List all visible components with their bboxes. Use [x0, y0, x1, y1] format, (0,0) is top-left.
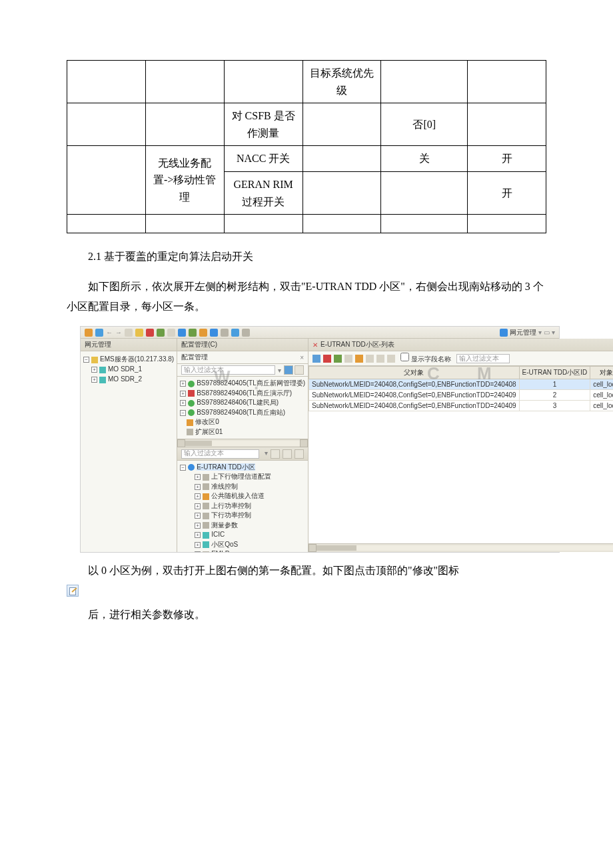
toolbar-icon[interactable] [199, 329, 207, 337]
refresh-button[interactable] [295, 449, 304, 459]
mid-tab-label[interactable]: 配置管理 [181, 353, 208, 362]
toolbar-icons: ←→ [85, 329, 250, 337]
col-parent[interactable]: 父对象 [309, 367, 520, 379]
expand-button[interactable] [283, 449, 292, 459]
ne-manage-icon[interactable] [500, 329, 508, 337]
bar-icon[interactable] [344, 355, 352, 363]
bar-icon[interactable] [312, 355, 320, 363]
mid-tree-leaf[interactable]: +准线控制 [180, 482, 305, 492]
bar-icon[interactable] [387, 355, 395, 363]
mid-tree-node[interactable]: 修改区0 [180, 417, 305, 427]
mid-tree-leaf[interactable]: +测量参数 [180, 521, 305, 531]
toolbar-icon[interactable] [157, 329, 165, 337]
bar-icon[interactable] [376, 355, 384, 363]
mid-search-input[interactable]: 输入过滤文本 [181, 365, 275, 375]
node-label: 小区QoS [211, 541, 238, 548]
tree-root[interactable]: −EMS服务器(10.217.33.8) [83, 354, 174, 364]
right-hscroll[interactable] [308, 544, 613, 552]
table-row[interactable]: SubNetwork/LMEID=240408,ConfigSet=0,ENBF… [309, 401, 613, 411]
toolbar-icon[interactable] [135, 329, 143, 337]
bar-icon[interactable] [366, 355, 374, 363]
right-filter-input[interactable]: 输入过滤文本 [456, 354, 510, 363]
mid-tree-selected[interactable]: −E-UTRAN TDD小区 [180, 463, 305, 473]
bar-icon[interactable] [355, 355, 363, 363]
toolbar-icon[interactable] [146, 329, 154, 337]
search-placeholder: 输入过滤文本 [184, 365, 224, 375]
toolbar-icon[interactable] [231, 329, 239, 337]
node-label: ICIC [211, 531, 225, 538]
dropdown-icon[interactable]: ▾ [278, 367, 281, 374]
node-label: 扩展区01 [195, 428, 223, 435]
mid-hscroll[interactable] [177, 439, 308, 447]
screenshot-toolbar: ←→ 网元管理 ▾ ▭ ▾ [81, 327, 559, 339]
tree-item-label: MO SDR_1 [108, 365, 142, 373]
node-label: EMLP [211, 550, 229, 552]
config-screenshot: ←→ 网元管理 ▾ ▭ ▾ [80, 326, 560, 553]
cell-target-priority: 目标系统优先级 [303, 61, 381, 103]
mid-tree-node[interactable]: −BS97898249408(TL商丘南站) [180, 408, 305, 418]
col-cellid[interactable]: E-UTRAN TDD小区ID [519, 367, 590, 379]
right-tab-label[interactable]: E-UTRAN TDD小区-列表 [320, 340, 394, 349]
mid-tree-leaf[interactable]: +小区QoS [180, 540, 305, 550]
tree-root-label: EMS服务器(10.217.33.8) [100, 355, 174, 363]
collapse-button[interactable] [271, 449, 280, 459]
minimize-icon[interactable]: ▭ [544, 329, 550, 336]
toolbar-icon[interactable] [95, 329, 103, 337]
node-label: 公共随机接入信道 [211, 492, 265, 499]
mid-tree-leaf[interactable]: +公共随机接入信道 [180, 491, 305, 501]
cell-geran-rim: GERAN RIM过程开关 [224, 171, 303, 214]
toolbar-icon[interactable] [125, 329, 133, 337]
close-icon[interactable]: ▾ [552, 329, 555, 336]
search-mode-button[interactable] [295, 365, 304, 375]
mid-tree-node[interactable]: +BS97898240405(TL商丘新网管理委) [180, 379, 305, 389]
node-label: 修改区0 [195, 418, 219, 425]
mid-tree-node[interactable]: +BS97898248406(TL建民局) [180, 398, 305, 408]
toolbar-icon[interactable] [242, 329, 250, 337]
toolbar-icon[interactable] [178, 329, 186, 337]
toolbar-icon[interactable] [189, 329, 197, 337]
mid-tabs: 配置管理(C) [177, 339, 308, 351]
bar-icon[interactable] [323, 355, 331, 363]
toolbar-icon[interactable] [167, 329, 175, 337]
toolbar-icon[interactable] [221, 329, 229, 337]
tree-item-label: MO SDR_2 [108, 375, 142, 383]
tree-item[interactable]: +MO SDR_2 [83, 374, 174, 384]
section-heading: 2.1 基于覆盖的重定向算法启动开关 [67, 247, 546, 267]
mid-tree-node[interactable]: +BS87898249406(TL商丘演示厅) [180, 389, 305, 399]
show-fieldname-label: 显示字段名称 [411, 355, 451, 363]
right-tab-close-icon[interactable]: ✕ [312, 341, 318, 349]
cell-mobility-mgmt: 无线业务配置->移动性管理 [145, 146, 224, 215]
ne-manage-label[interactable]: 网元管理 [510, 328, 536, 337]
mid-tree-leaf[interactable]: +下行功率控制 [180, 511, 305, 521]
mid-tree-leaf[interactable]: +ICIC [180, 530, 305, 540]
table-row: 目标系统优先级 [67, 61, 546, 103]
toolbar-icon[interactable] [210, 329, 218, 337]
toolbar-icon[interactable] [85, 329, 93, 337]
bar-icon[interactable] [334, 355, 342, 363]
show-fieldname-checkbox[interactable] [400, 353, 409, 361]
mid-search-input-2[interactable]: 输入过滤文本 [181, 449, 259, 459]
mid-tree-bottom: −E-UTRAN TDD小区 +上下行物理信道配置+准线控制+公共随机接入信道+… [177, 461, 308, 553]
dropdown-icon[interactable]: ▾ [265, 449, 268, 459]
table-row[interactable]: SubNetwork/LMEID=240408,ConfigSet=0,ENBF… [309, 390, 613, 401]
table-row: 对 CSFB 是否作测量 否[0] [67, 103, 546, 146]
node-label: 测量参数 [211, 521, 238, 529]
node-label: E-UTRAN TDD小区 [197, 463, 255, 471]
node-label: BS97898249408(TL商丘南站) [197, 409, 285, 416]
edit-icon [67, 585, 79, 597]
table-row[interactable]: SubNetwork/LMEID=240408,ConfigSet=0,ENBF… [309, 379, 613, 390]
node-label: 上下行物理信道配置 [211, 473, 271, 480]
node-label: BS97898240405(TL商丘新网管理委) [197, 379, 305, 387]
mid-tree-leaf[interactable]: +EMLP [180, 549, 305, 552]
col-desc[interactable]: 对象描述 [590, 367, 613, 379]
mid-tree-leaf[interactable]: +上行功率控制 [180, 501, 305, 511]
parameters-table: 目标系统优先级 对 CSFB 是否作测量 否[0] 无线业务配置->移动性管理 … [67, 60, 546, 233]
tab-close-icon[interactable]: × [300, 354, 304, 361]
mid-tree-node[interactable]: 扩展区01 [180, 427, 305, 437]
tree-item[interactable]: +MO SDR_1 [83, 364, 174, 374]
paragraph: 如下图所示，依次展开左侧的树形结构，双击"E-UTRAN TDD 小区"，右侧会… [67, 277, 546, 317]
search-button[interactable] [284, 365, 293, 375]
table-row: 无线业务配置->移动性管理 NACC 开关 关 开 [67, 146, 546, 172]
search-placeholder: 输入过滤文本 [184, 449, 224, 459]
mid-tree-leaf[interactable]: +上下行物理信道配置 [180, 472, 305, 482]
